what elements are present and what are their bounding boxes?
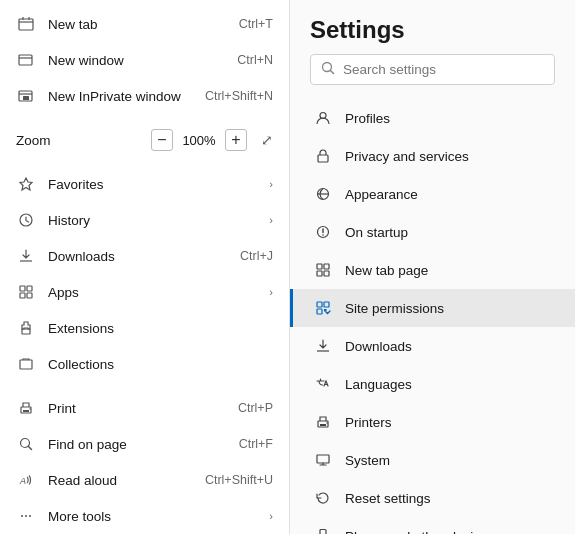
menu-item-more-tools[interactable]: More tools ›: [0, 498, 289, 534]
nav-item-privacy[interactable]: Privacy and services: [290, 137, 575, 175]
system-label: System: [345, 453, 390, 468]
zoom-label: Zoom: [16, 133, 151, 148]
svg-rect-31: [317, 271, 322, 276]
menu-item-downloads[interactable]: Downloads Ctrl+J: [0, 238, 289, 274]
menu-item-new-tab[interactable]: New tab Ctrl+T: [0, 6, 289, 42]
menu-item-favorites[interactable]: Favorites ›: [0, 166, 289, 202]
read-aloud-icon: A: [16, 470, 36, 490]
search-input[interactable]: [343, 62, 544, 77]
svg-point-14: [29, 408, 30, 409]
nav-item-phone[interactable]: Phone and other devices: [290, 517, 575, 534]
nav-item-appearance[interactable]: Appearance: [290, 175, 575, 213]
svg-point-17: [21, 515, 23, 517]
phone-label: Phone and other devices: [345, 529, 494, 535]
inprivate-shortcut: Ctrl+Shift+N: [205, 89, 273, 103]
nav-item-sitepermissions[interactable]: Site permissions: [290, 289, 575, 327]
svg-rect-38: [320, 424, 326, 426]
menu-item-apps[interactable]: Apps ›: [0, 274, 289, 310]
print-label: Print: [48, 401, 238, 416]
nav-item-printers[interactable]: Printers: [290, 403, 575, 441]
menu-item-inprivate[interactable]: New InPrivate window Ctrl+Shift+N: [0, 78, 289, 114]
menu-item-history[interactable]: History ›: [0, 202, 289, 238]
languages-icon: [313, 374, 333, 394]
zoom-controls: − 100% + ⤢: [151, 129, 273, 151]
extensions-icon: [16, 318, 36, 338]
apps-label: Apps: [48, 285, 269, 300]
svg-point-28: [322, 234, 324, 236]
sitepermissions-icon: [313, 298, 333, 318]
svg-rect-9: [27, 293, 32, 298]
menu-item-new-window[interactable]: New window Ctrl+N: [0, 42, 289, 78]
languages-label: Languages: [345, 377, 412, 392]
settings-nav: Profiles Privacy and services Appearance…: [290, 95, 575, 534]
svg-rect-36: [324, 309, 327, 312]
search-box[interactable]: [310, 54, 555, 85]
settings-panel: Settings Profiles Privacy and services: [290, 0, 575, 534]
more-tools-chevron: ›: [269, 510, 273, 522]
downloads-shortcut: Ctrl+J: [240, 249, 273, 263]
context-menu: New tab Ctrl+T New window Ctrl+N New InP…: [0, 0, 290, 534]
svg-rect-29: [317, 264, 322, 269]
nav-item-startup[interactable]: On startup: [290, 213, 575, 251]
history-chevron: ›: [269, 214, 273, 226]
new-tab-icon: [16, 14, 36, 34]
reset-label: Reset settings: [345, 491, 431, 506]
printers-icon: [313, 412, 333, 432]
find-label: Find on page: [48, 437, 239, 452]
favorites-icon: [16, 174, 36, 194]
collections-icon: [16, 354, 36, 374]
startup-label: On startup: [345, 225, 408, 240]
read-aloud-label: Read aloud: [48, 473, 205, 488]
menu-item-read-aloud[interactable]: A Read aloud Ctrl+Shift+U: [0, 462, 289, 498]
phone-icon: [313, 526, 333, 534]
nav-item-profiles[interactable]: Profiles: [290, 99, 575, 137]
svg-rect-30: [324, 264, 329, 269]
inprivate-label: New InPrivate window: [48, 89, 205, 104]
menu-item-extensions[interactable]: Extensions: [0, 310, 289, 346]
nav-item-reset[interactable]: Reset settings: [290, 479, 575, 517]
nav-item-languages[interactable]: Languages: [290, 365, 575, 403]
zoom-decrease-button[interactable]: −: [151, 129, 173, 151]
menu-item-collections[interactable]: Collections: [0, 346, 289, 382]
new-tab-label: New tab: [48, 17, 239, 32]
new-window-icon: [16, 50, 36, 70]
svg-text:A: A: [19, 476, 26, 486]
downloads-label: Downloads: [48, 249, 240, 264]
collections-label: Collections: [48, 357, 273, 372]
downloads-icon: [16, 246, 36, 266]
favorites-label: Favorites: [48, 177, 269, 192]
nav-item-downloads[interactable]: Downloads: [290, 327, 575, 365]
appearance-icon: [313, 184, 333, 204]
apps-chevron: ›: [269, 286, 273, 298]
inprivate-icon: [16, 86, 36, 106]
favorites-chevron: ›: [269, 178, 273, 190]
svg-rect-11: [20, 360, 32, 369]
menu-item-print[interactable]: Print Ctrl+P: [0, 390, 289, 426]
zoom-value: 100%: [181, 133, 217, 148]
nav-item-system[interactable]: System: [290, 441, 575, 479]
apps-icon: [16, 282, 36, 302]
history-icon: [16, 210, 36, 230]
search-icon: [321, 61, 335, 78]
downloads-nav-icon: [313, 336, 333, 356]
svg-rect-3: [23, 96, 29, 100]
zoom-expand-icon[interactable]: ⤢: [261, 132, 273, 148]
more-tools-label: More tools: [48, 509, 269, 524]
zoom-row: Zoom − 100% + ⤢: [0, 122, 289, 158]
find-icon: [16, 434, 36, 454]
extensions-label: Extensions: [48, 321, 273, 336]
svg-rect-25: [318, 155, 328, 162]
svg-rect-6: [20, 286, 25, 291]
privacy-label: Privacy and services: [345, 149, 469, 164]
menu-item-find[interactable]: Find on page Ctrl+F: [0, 426, 289, 462]
svg-rect-34: [324, 302, 329, 307]
newtab-icon: [313, 260, 333, 280]
svg-rect-10: [22, 329, 30, 334]
nav-item-newtab[interactable]: New tab page: [290, 251, 575, 289]
print-icon: [16, 398, 36, 418]
more-tools-icon: [16, 506, 36, 526]
zoom-increase-button[interactable]: +: [225, 129, 247, 151]
profiles-icon: [313, 108, 333, 128]
svg-rect-8: [20, 293, 25, 298]
svg-rect-32: [324, 271, 329, 276]
